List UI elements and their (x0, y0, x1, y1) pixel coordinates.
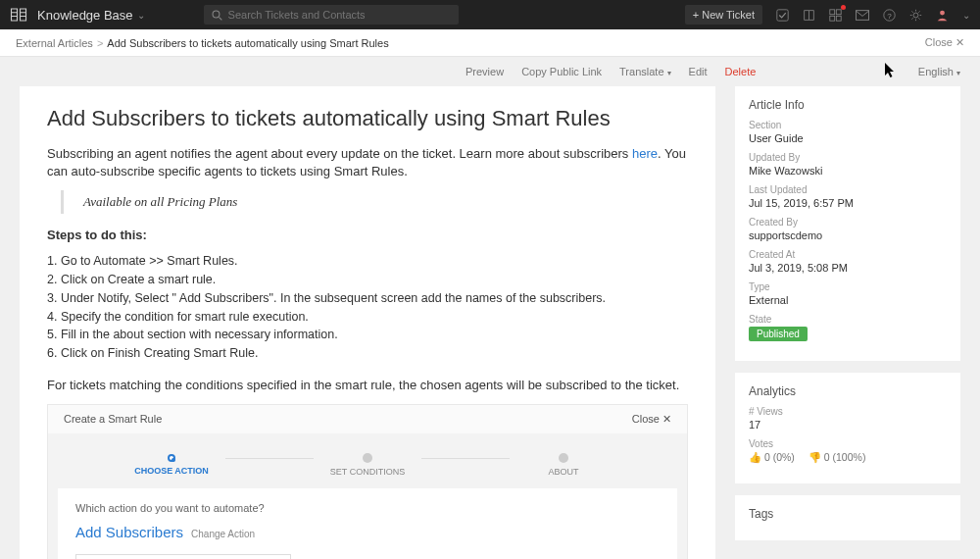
top-bar: Knowledge Base ⌄ + New Ticket ? ⌄ (0, 0, 980, 29)
check-icon[interactable] (776, 9, 789, 22)
breadcrumb-root[interactable]: External Articles (16, 37, 93, 49)
svg-point-0 (213, 11, 220, 18)
svg-rect-3 (830, 9, 835, 14)
help-icon[interactable]: ? (883, 9, 896, 22)
step-about[interactable]: ABOUT (510, 453, 617, 477)
analytics-panel: Analytics # Views17 Votes 👍 0 (0%) 👎 0 (… (735, 373, 960, 483)
embed-close[interactable]: Close ✕ (632, 413, 671, 426)
svg-rect-7 (856, 10, 868, 20)
step-set-conditions[interactable]: SET CONDITIONS (314, 453, 421, 477)
close-icon: ✕ (956, 36, 964, 48)
logo-icon (10, 7, 27, 23)
subscribers-link[interactable]: here (632, 146, 658, 161)
kb-title[interactable]: Knowledge Base (37, 8, 133, 23)
edit-link[interactable]: Edit (689, 66, 708, 77)
search-icon (212, 10, 222, 21)
book-icon[interactable] (803, 9, 815, 22)
article-outro: For tickets matching the conditions spec… (47, 377, 688, 394)
step-choose-action[interactable]: CHOOSE ACTION (118, 454, 225, 476)
mail-icon[interactable] (856, 10, 869, 21)
list-item: Go to Automate >> Smart Rules. (47, 252, 688, 271)
caret-down-icon: ▾ (956, 69, 960, 77)
state-badge: Published (749, 327, 808, 341)
svg-rect-4 (836, 9, 841, 14)
copy-link[interactable]: Copy Public Link (521, 66, 602, 77)
gear-icon[interactable] (909, 9, 922, 22)
panel-heading: Article Info (749, 98, 947, 112)
thumb-down-icon: 👎 (808, 451, 821, 463)
svg-rect-6 (836, 16, 841, 21)
embed-title: Create a Smart Rule (64, 413, 162, 426)
embed-question: Which action do you want to automate? (75, 502, 660, 514)
breadcrumb-current: Add Subscribers to tickets automatically… (107, 37, 388, 49)
notification-dot (841, 5, 846, 10)
downvote[interactable]: 👎 0 (100%) (808, 451, 866, 464)
svg-point-10 (913, 13, 918, 18)
action-bar: Preview Copy Public Link Translate ▾ Edi… (0, 57, 980, 86)
list-item: Fill in the about section with necessary… (47, 326, 688, 344)
svg-line-1 (219, 17, 221, 20)
language-menu[interactable]: English ▾ (918, 66, 960, 77)
article-intro: Subscribing an agent notifies the agent … (47, 145, 688, 180)
search-input[interactable] (228, 9, 451, 21)
search-box[interactable] (204, 5, 459, 25)
list-item: Under Notify, Select " Add Subscribers".… (47, 289, 688, 308)
subscriber-input[interactable]: Richard Capablanca× Magnus Derbosky× (75, 554, 291, 559)
svg-rect-2 (777, 9, 788, 20)
chevron-down-icon[interactable]: ⌄ (137, 10, 145, 21)
list-item: Specify the condition for smart rule exe… (47, 308, 688, 327)
upvote[interactable]: 👍 0 (0%) (749, 451, 795, 464)
stepper: CHOOSE ACTION SET CONDITIONS ABOUT (58, 445, 677, 488)
translate-menu[interactable]: Translate ▾ (619, 66, 671, 77)
steps-list: Go to Automate >> Smart Rules. Click on … (47, 252, 688, 363)
change-action-link[interactable]: Change Action (191, 529, 255, 539)
steps-heading: Steps to do this: (47, 228, 688, 242)
new-ticket-button[interactable]: + New Ticket (685, 5, 762, 25)
avatar-icon[interactable] (936, 9, 949, 22)
grid-icon[interactable] (829, 9, 842, 22)
sidebar: Article Info SectionUser Guide Updated B… (735, 86, 960, 559)
close-icon: ✕ (662, 413, 671, 425)
tags-panel: Tags (735, 495, 960, 540)
caret-down-icon: ▾ (667, 69, 671, 77)
pricing-quote: Available on all Pricing Plans (61, 190, 688, 214)
panel-heading: Tags (749, 507, 947, 521)
topbar-right: + New Ticket ? ⌄ (685, 5, 970, 25)
breadcrumb-sep: > (97, 37, 103, 49)
delete-link[interactable]: Delete (725, 66, 757, 77)
svg-rect-5 (830, 16, 835, 21)
thumb-up-icon: 👍 (749, 451, 761, 463)
list-item: Click on Create a smart rule. (47, 271, 688, 289)
svg-point-11 (940, 10, 945, 15)
avatar-chevron-icon[interactable]: ⌄ (962, 10, 970, 21)
selected-action: Add Subscribers (75, 524, 183, 540)
panel-heading: Analytics (749, 384, 947, 398)
embedded-screenshot: Create a Smart Rule Close ✕ CHOOSE ACTIO… (47, 404, 688, 559)
close-button[interactable]: Close ✕ (925, 36, 964, 49)
article-title: Add Subscribers to tickets automatically… (47, 106, 688, 131)
article-info-panel: Article Info SectionUser Guide Updated B… (735, 86, 960, 361)
preview-link[interactable]: Preview (466, 66, 504, 77)
breadcrumb: External Articles > Add Subscribers to t… (0, 29, 980, 57)
list-item: Click on Finish Creating Smart Rule. (47, 344, 688, 363)
article-body: Add Subscribers to tickets automatically… (20, 86, 715, 559)
svg-text:?: ? (887, 11, 892, 20)
